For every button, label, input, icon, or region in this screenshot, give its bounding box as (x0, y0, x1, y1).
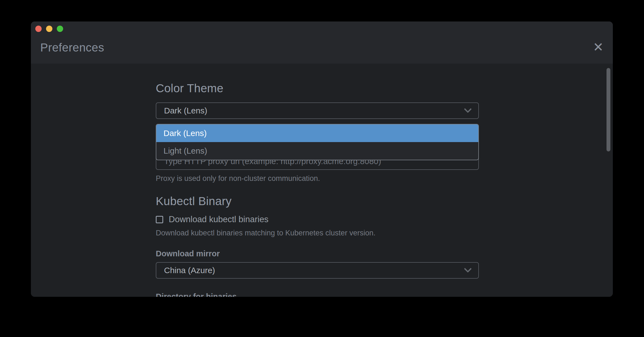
color-theme-select[interactable]: Dark (Lens) (156, 102, 479, 119)
page-title: Preferences (40, 41, 104, 54)
download-kubectl-helper: Download kubectl binaries matching to Ku… (156, 229, 375, 237)
preferences-window: Preferences ✕ Color Theme Dark (Lens) Da… (31, 21, 613, 297)
color-theme-dropdown-menu: Dark (Lens) Light (Lens) (156, 124, 479, 160)
traffic-lights (35, 26, 63, 32)
close-traffic-light-icon[interactable] (35, 26, 42, 32)
download-mirror-label: Download mirror (156, 249, 220, 258)
vertical-scrollbar-thumb[interactable] (607, 68, 610, 151)
download-mirror-select[interactable]: China (Azure) (156, 262, 479, 279)
close-icon[interactable]: ✕ (590, 39, 607, 56)
http-proxy-helper: Proxy is used only for non-cluster commu… (156, 174, 320, 183)
minimize-traffic-light-icon[interactable] (46, 26, 52, 32)
titlebar: Preferences ✕ (31, 21, 613, 64)
dropdown-option-light[interactable]: Light (Lens) (156, 142, 478, 160)
download-kubectl-checkbox-row[interactable]: Download kubectl binaries (156, 213, 269, 225)
chevron-down-icon (464, 105, 472, 113)
checkbox-unchecked-icon[interactable] (156, 216, 163, 223)
chevron-down-icon (464, 265, 472, 273)
download-kubectl-checkbox-label: Download kubectl binaries (169, 214, 269, 224)
color-theme-heading: Color Theme (156, 82, 223, 95)
preferences-content: Color Theme Dark (Lens) Dark (Lens) Ligh… (31, 64, 613, 297)
dropdown-option-dark[interactable]: Dark (Lens) (156, 124, 478, 142)
zoom-traffic-light-icon[interactable] (57, 26, 63, 32)
download-mirror-select-value: China (Azure) (164, 266, 465, 275)
directory-for-binaries-label: Directory for binaries (156, 292, 237, 297)
color-theme-select-value: Dark (Lens) (164, 106, 465, 115)
kubectl-binary-heading: Kubectl Binary (156, 195, 232, 208)
